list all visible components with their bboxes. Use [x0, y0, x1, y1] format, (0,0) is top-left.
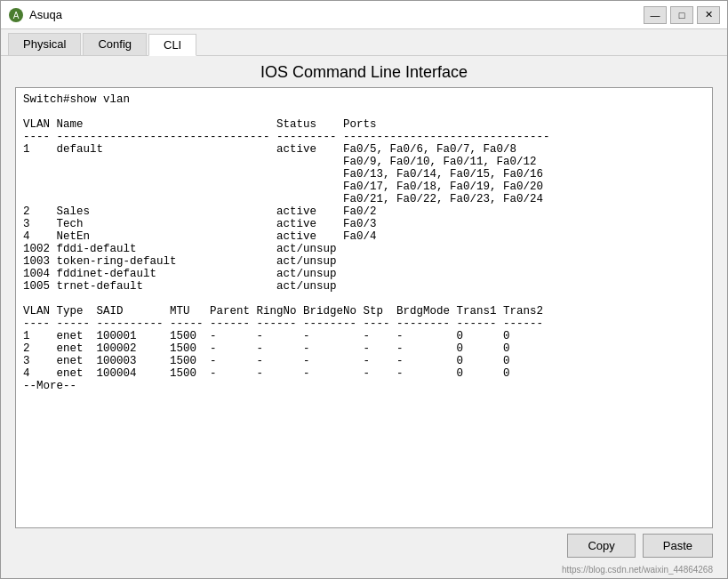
tab-cli[interactable]: CLI: [148, 34, 196, 56]
app-title: Asuqa: [29, 8, 62, 21]
title-bar: A Asuqa — □ ✕: [1, 1, 727, 29]
page-title: IOS Command Line Interface: [1, 56, 727, 87]
app-icon: A: [8, 7, 24, 23]
cli-output[interactable]: Switch#show vlan VLAN Name Status Ports …: [15, 87, 713, 528]
close-button[interactable]: ✕: [697, 6, 720, 24]
svg-text:A: A: [13, 11, 20, 20]
title-bar-controls: — □ ✕: [644, 6, 720, 24]
copy-button[interactable]: Copy: [567, 534, 635, 558]
tab-bar: Physical Config CLI: [1, 29, 727, 56]
watermark: https://blog.csdn.net/waixin_44864268: [1, 563, 727, 578]
bottom-bar: Copy Paste: [1, 528, 727, 563]
app-window: A Asuqa — □ ✕ Physical Config CLI IOS Co…: [0, 0, 728, 579]
tab-config[interactable]: Config: [83, 33, 147, 55]
maximize-button[interactable]: □: [670, 6, 693, 24]
title-bar-left: A Asuqa: [8, 7, 62, 23]
minimize-button[interactable]: —: [644, 6, 667, 24]
paste-button[interactable]: Paste: [643, 534, 713, 558]
cli-area-wrapper: Switch#show vlan VLAN Name Status Ports …: [1, 87, 727, 528]
tab-physical[interactable]: Physical: [8, 33, 81, 55]
